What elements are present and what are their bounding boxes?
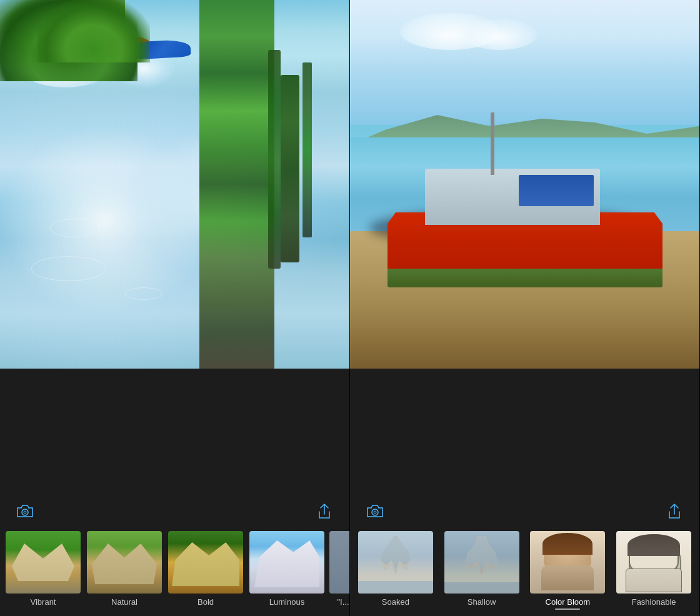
filter-underline-bold	[193, 609, 218, 610]
left-share-icon	[316, 502, 332, 520]
svg-point-3	[374, 511, 376, 514]
left-share-button[interactable]	[312, 499, 337, 524]
filter-underline-truncated	[331, 609, 349, 610]
filter-thumb-fashionable	[616, 531, 691, 594]
right-watercolor-image	[350, 0, 699, 369]
right-camera-button[interactable]	[362, 499, 388, 524]
filter-label-shallow: Shallow	[468, 597, 496, 607]
soaked-statue	[377, 536, 414, 581]
portrait-shoulders	[541, 565, 594, 590]
filter-label-bold: Bold	[198, 597, 214, 607]
filter-underline-natural	[112, 609, 137, 610]
filter-thumb-truncated	[329, 531, 350, 594]
filter-label-natural: Natural	[111, 597, 138, 607]
right-share-icon	[666, 502, 682, 520]
right-toolbar-buttons	[350, 494, 699, 529]
boat-hull	[388, 187, 662, 287]
filter-item-shallow[interactable]: Shallow	[439, 529, 525, 610]
filter-item-bold[interactable]: Bold	[165, 529, 246, 610]
left-camera-icon	[16, 503, 34, 519]
right-camera-icon	[366, 503, 384, 519]
filter-item-natural[interactable]: Natural	[84, 529, 165, 610]
right-filter-strip: Soaked Shallow Color Bloo	[350, 529, 699, 610]
filter-thumb-bold	[168, 531, 243, 594]
filter-label-luminous: Luminous	[269, 597, 304, 607]
left-toolbar-buttons	[0, 494, 349, 529]
filter-label-colorbloom: Color Bloom	[546, 597, 591, 607]
boat-keel	[388, 269, 662, 287]
svg-point-1	[24, 511, 26, 514]
right-share-button[interactable]	[662, 499, 687, 524]
right-image-area[interactable]	[350, 0, 699, 369]
filter-thumb-soaked	[358, 531, 433, 594]
sketch-hair	[628, 534, 680, 556]
filter-item-colorbloom[interactable]: Color Bloom	[525, 529, 611, 610]
left-filter-strip: Vibrant Natural Bold Luminous "I...	[0, 529, 349, 610]
filter-thumb-vibrant	[6, 531, 81, 594]
shallow-base	[444, 582, 519, 594]
filter-thumb-luminous	[249, 531, 324, 594]
filter-underline-shallow	[469, 609, 494, 610]
svg-point-2	[372, 509, 378, 515]
filter-thumb-shallow	[444, 531, 519, 594]
sky-layer	[350, 0, 699, 125]
reeds-element-2	[268, 50, 281, 269]
filter-underline-luminous	[274, 609, 299, 610]
reeds-element-3	[302, 62, 312, 237]
shallow-statue	[462, 536, 502, 582]
soaked-base	[358, 581, 433, 594]
right-panel: Soaked Shallow Color Bloo	[350, 0, 700, 616]
filter-item-fashionable[interactable]: Fashionable	[611, 529, 697, 610]
filter-item-vibrant[interactable]: Vibrant	[2, 529, 84, 610]
filter-label-fashionable: Fashionable	[632, 597, 676, 607]
left-image-area[interactable]	[0, 0, 349, 369]
filter-underline-colorbloom	[555, 609, 580, 610]
boat-mast	[491, 112, 494, 175]
boat-cabin-window	[519, 175, 594, 206]
sketch-body	[626, 569, 682, 592]
filter-thumb-natural	[87, 531, 162, 594]
filter-label-soaked: Soaked	[382, 597, 409, 607]
filter-label-truncated: "I...	[337, 597, 349, 607]
filter-underline-fashionable	[641, 609, 666, 610]
right-toolbar-area: Soaked Shallow Color Bloo	[350, 369, 699, 616]
left-camera-button[interactable]	[12, 499, 38, 524]
svg-point-0	[22, 509, 28, 515]
filter-item-soaked[interactable]: Soaked	[352, 529, 439, 610]
portrait-hair	[542, 533, 592, 555]
filter-underline-vibrant	[31, 609, 56, 610]
filter-underline-soaked	[383, 609, 408, 610]
left-panel: Vibrant Natural Bold Luminous "I...	[0, 0, 350, 616]
boat-cabin	[425, 169, 600, 225]
tree-canopy	[38, 0, 150, 62]
filter-label-vibrant: Vibrant	[31, 597, 56, 607]
filter-item-luminous[interactable]: Luminous	[246, 529, 328, 610]
filter-thumb-colorbloom	[530, 531, 605, 594]
left-toolbar-area: Vibrant Natural Bold Luminous "I...	[0, 369, 349, 616]
reeds-element	[281, 75, 299, 262]
filter-item-truncated[interactable]: "I...	[328, 529, 349, 610]
cloud-2	[462, 19, 538, 50]
